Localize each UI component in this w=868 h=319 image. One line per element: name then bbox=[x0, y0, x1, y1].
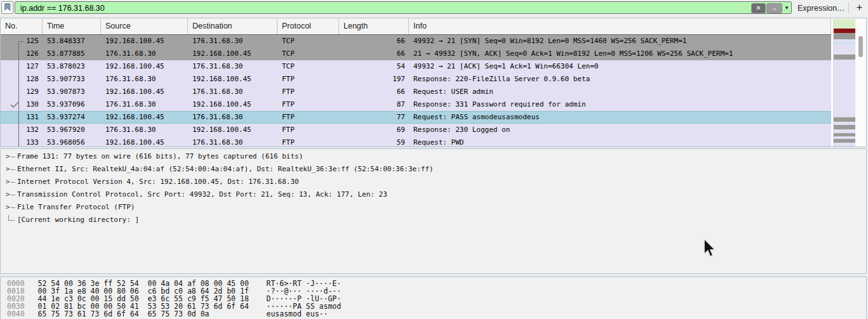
tree-connector bbox=[11, 169, 15, 170]
expand-chevron-icon[interactable]: > bbox=[6, 201, 10, 214]
bookmark-icon bbox=[4, 3, 11, 11]
tree-connector bbox=[11, 195, 15, 195]
cell-time: 53.848337 bbox=[43, 35, 101, 48]
cell-source: 176.31.68.30 bbox=[101, 98, 188, 111]
column-header-info[interactable]: Info bbox=[409, 18, 831, 34]
cell-source: 192.168.100.45 bbox=[101, 86, 188, 98]
cell-protocol: TCP bbox=[277, 35, 339, 48]
expand-chevron-icon[interactable]: > bbox=[6, 163, 10, 176]
expand-chevron-icon[interactable]: > bbox=[6, 188, 10, 201]
detail-line[interactable]: >Frame 131: 77 bytes on wire (616 bits),… bbox=[1, 150, 866, 163]
cell-source: 176.31.68.30 bbox=[101, 48, 188, 60]
tree-connector bbox=[11, 157, 15, 157]
expression-button[interactable]: Expression… bbox=[798, 4, 845, 13]
expand-chevron-icon[interactable]: > bbox=[6, 150, 10, 163]
packet-row[interactable]: 13253.967920176.31.68.30192.168.100.45FT… bbox=[1, 124, 831, 136]
packet-list-rows: 12553.848337192.168.100.45176.31.68.30TC… bbox=[1, 35, 831, 147]
detail-text: Internet Protocol Version 4, Src: 192.16… bbox=[17, 178, 299, 186]
packet-list-scrollbar[interactable] bbox=[855, 19, 867, 147]
detail-line[interactable]: >Internet Protocol Version 4, Src: 192.1… bbox=[1, 176, 866, 188]
cell-length: 66 bbox=[339, 86, 409, 98]
chevron-down-icon[interactable]: ▼ bbox=[784, 5, 789, 11]
cell-length: 77 bbox=[339, 111, 409, 124]
cell-length: 66 bbox=[339, 35, 409, 48]
cell-protocol: FTP bbox=[277, 86, 339, 98]
minimap-stripe bbox=[834, 125, 855, 129]
cell-destination: 176.31.68.30 bbox=[188, 60, 277, 73]
cell-time: 53.937274 bbox=[43, 111, 101, 124]
filter-toolbar: ip.addr == 176.31.68.30 ✕ → ▼ Expression… bbox=[0, 0, 868, 16]
cell-protocol: FTP bbox=[277, 124, 339, 136]
packet-list-minimap bbox=[833, 19, 855, 147]
minimap-stripe bbox=[834, 143, 855, 147]
column-header-source[interactable]: Source bbox=[101, 18, 188, 34]
packet-row[interactable]: 13053.937096176.31.68.30192.168.100.45FT… bbox=[1, 98, 831, 111]
packet-bytes-pane: 0000 52 54 00 36 3e ff 52 54 00 4a 04 af… bbox=[0, 277, 867, 319]
packet-list-pane: No.TimeSourceDestinationProtocolLengthIn… bbox=[0, 18, 867, 147]
display-filter-input[interactable]: ip.addr == 176.31.68.30 ✕ → ▼ bbox=[15, 1, 792, 14]
cell-length: 59 bbox=[339, 136, 409, 147]
minimap-stripe bbox=[834, 19, 855, 29]
add-filter-button-button[interactable]: + bbox=[853, 1, 866, 15]
packet-row[interactable]: 13353.968056192.168.100.45176.31.68.30FT… bbox=[1, 136, 831, 147]
detail-line[interactable]: >Transmission Control Protocol, Src Port… bbox=[1, 188, 866, 201]
expand-chevron-icon[interactable]: > bbox=[6, 176, 10, 188]
display-filter-value: ip.addr == 176.31.68.30 bbox=[20, 4, 105, 13]
cell-protocol: FTP bbox=[277, 73, 339, 86]
cell-info: 49932 → 21 [ACK] Seq=1 Ack=1 Win=66304 L… bbox=[409, 60, 831, 73]
detail-text: File Transfer Protocol (FTP) bbox=[17, 203, 135, 211]
detail-line[interactable]: >Ethernet II, Src: RealtekU_4a:04:af (52… bbox=[1, 163, 866, 176]
cell-time: 53.967920 bbox=[43, 124, 101, 136]
packet-row[interactable]: 12553.848337192.168.100.45176.31.68.30TC… bbox=[1, 35, 831, 48]
column-header-protocol[interactable]: Protocol bbox=[277, 18, 339, 34]
cell-info: Response: 230 Logged on bbox=[409, 124, 831, 136]
clear-filter-icon[interactable]: ✕ bbox=[751, 3, 766, 13]
column-header-no[interactable]: No. bbox=[1, 18, 43, 34]
hex-row[interactable]: 0040 65 75 73 61 73 6d 6f 64 65 75 73 0d… bbox=[7, 310, 866, 318]
cell-time: 53.878023 bbox=[43, 60, 101, 73]
cell-protocol: FTP bbox=[277, 136, 339, 147]
scrollbar-thumb[interactable] bbox=[858, 36, 863, 57]
cell-time: 53.907733 bbox=[43, 73, 101, 86]
cell-length: 197 bbox=[339, 73, 409, 86]
minimap-stripe bbox=[834, 55, 855, 60]
cell-protocol: TCP bbox=[277, 60, 339, 73]
column-header-time[interactable]: Time bbox=[43, 18, 101, 34]
cell-source: 176.31.68.30 bbox=[101, 73, 188, 86]
minimap-stripe bbox=[834, 117, 855, 122]
cell-time: 53.968056 bbox=[43, 136, 101, 147]
packet-row[interactable]: 12953.907873192.168.100.45176.31.68.30FT… bbox=[1, 86, 831, 98]
cell-info: Response: 220-FileZilla Server 0.9.60 be… bbox=[409, 73, 831, 86]
packet-row[interactable]: 12853.907733176.31.68.30192.168.100.45FT… bbox=[1, 73, 831, 86]
cell-source: 176.31.68.30 bbox=[101, 124, 188, 136]
packet-row[interactable]: 13153.937274192.168.100.45176.31.68.30FT… bbox=[1, 111, 831, 124]
detail-line[interactable]: >File Transfer Protocol (FTP) bbox=[1, 201, 866, 214]
column-header-length[interactable]: Length bbox=[339, 18, 409, 34]
cell-protocol: FTP bbox=[277, 98, 339, 111]
detail-line[interactable]: [Current working directory: ] bbox=[1, 214, 866, 226]
cell-destination: 176.31.68.30 bbox=[188, 136, 277, 147]
cell-destination: 176.31.68.30 bbox=[188, 86, 277, 98]
cell-length: 69 bbox=[339, 124, 409, 136]
toolbar-separator bbox=[848, 2, 849, 13]
packet-row[interactable]: 12753.878023192.168.100.45176.31.68.30TC… bbox=[1, 60, 831, 73]
cell-info: 49932 → 21 [SYN] Seq=0 Win=8192 Len=0 MS… bbox=[409, 35, 831, 48]
cell-length: 87 bbox=[339, 98, 409, 111]
detail-text: [Current working directory: ] bbox=[17, 216, 139, 224]
cell-info: Response: 331 Password required for admi… bbox=[409, 98, 831, 111]
cell-time: 53.907873 bbox=[43, 86, 101, 98]
cell-time: 53.877885 bbox=[43, 48, 101, 60]
minimap-stripe bbox=[834, 60, 855, 117]
cell-time: 53.937096 bbox=[43, 98, 101, 111]
hex-bytes-ascii: 65 75 73 61 73 6d 6f 64 65 75 73 0d 0a e… bbox=[25, 309, 328, 318]
conversation-bracket bbox=[18, 41, 24, 147]
column-header-destination[interactable]: Destination bbox=[188, 18, 277, 34]
packet-list-header: No.TimeSourceDestinationProtocolLengthIn… bbox=[1, 18, 831, 35]
packet-row[interactable]: 12653.877885176.31.68.30192.168.100.45TC… bbox=[1, 48, 831, 60]
cell-source: 192.168.100.45 bbox=[101, 35, 188, 48]
apply-filter-icon[interactable]: → bbox=[766, 3, 782, 13]
bookmark-button[interactable] bbox=[1, 1, 13, 14]
minimap-stripe bbox=[834, 29, 855, 33]
cell-destination: 176.31.68.30 bbox=[188, 35, 277, 48]
cell-info: Request: PASS asmodeusasmodeus bbox=[409, 111, 831, 124]
